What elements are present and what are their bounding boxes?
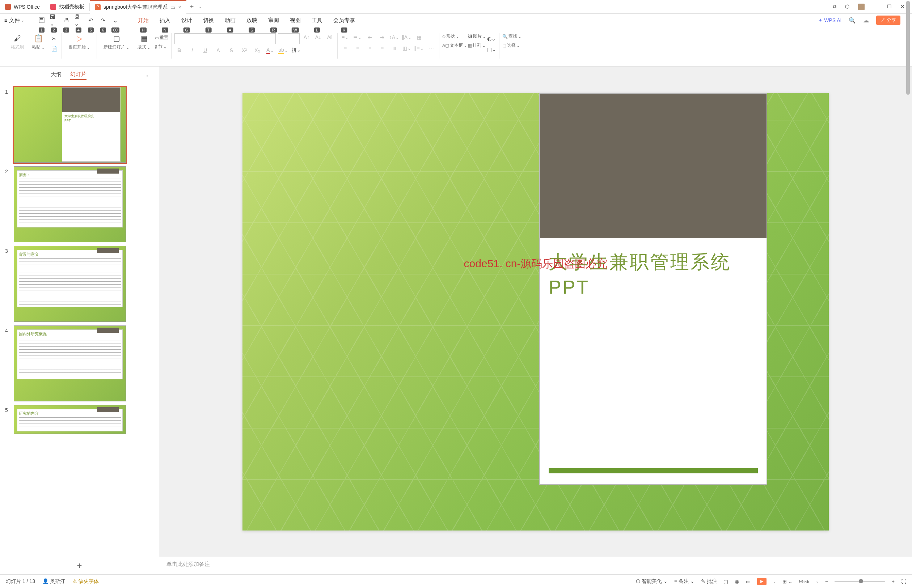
line-spacing-icon[interactable]: ‖A⌄ xyxy=(402,33,411,41)
sorter-view-icon[interactable]: ▦ xyxy=(735,578,739,585)
qat-more-icon[interactable]: ⌄ xyxy=(111,16,120,24)
tab-review[interactable]: 审阅R xyxy=(268,16,279,24)
beautify-button[interactable]: ⬡ 智能美化 ⌄ xyxy=(636,578,668,585)
file-menu[interactable]: ≡文件⌄ F xyxy=(4,17,24,24)
align-center-icon[interactable]: ≡ xyxy=(353,44,362,52)
undo-icon[interactable]: ↶ xyxy=(86,16,95,24)
minimize-icon[interactable]: — xyxy=(873,3,878,10)
tab-tools[interactable]: 工具L xyxy=(312,16,322,24)
slide-card[interactable]: 大学生兼职管理系统 PPT xyxy=(539,93,767,485)
tab-transition[interactable]: 切换T xyxy=(203,16,214,24)
slide-editor[interactable]: code51. cn-源码乐园盗图必究 大学生兼职管理系统 PPT xyxy=(159,66,912,557)
wps-ai-button[interactable]: ✦ WPS AI xyxy=(818,17,841,23)
line-height-icon[interactable]: ‖≡⌄ xyxy=(415,44,424,52)
slide[interactable]: code51. cn-源码乐园盗图必究 大学生兼职管理系统 PPT xyxy=(243,93,829,530)
font-family-combo[interactable] xyxy=(175,33,276,44)
tab-wps-office[interactable]: WPS Office xyxy=(0,0,45,14)
underline-icon[interactable]: U xyxy=(201,46,210,54)
decrease-indent-icon[interactable]: ⇤ xyxy=(365,33,374,41)
superscript-icon[interactable]: X² xyxy=(240,46,249,54)
missing-font-warning[interactable]: ⚠ 缺失字体 xyxy=(72,578,99,585)
save-as-icon[interactable]: 🖫⌄ xyxy=(50,16,58,24)
collapse-panel-icon[interactable]: ‹ xyxy=(146,72,148,79)
page-indicator[interactable]: 幻灯片 1 / 13 xyxy=(6,578,35,585)
cloud-icon[interactable]: ☁ xyxy=(863,17,869,24)
thumbnail-1[interactable]: 大学生兼职管理系统 PPT xyxy=(14,87,126,163)
bold-icon[interactable]: B xyxy=(175,46,184,54)
from-current-button[interactable]: ▷当页开始 ⌄ xyxy=(68,33,90,50)
grid-settings-icon[interactable]: ⊞ ⌄ xyxy=(782,578,792,585)
print-icon[interactable]: 🖶 xyxy=(62,16,71,24)
columns-icon[interactable]: ▥⌄ xyxy=(402,44,411,52)
increase-font-icon[interactable]: A↑ xyxy=(302,33,311,41)
decrease-font-icon[interactable]: A↓ xyxy=(313,33,323,41)
font-size-combo[interactable] xyxy=(278,33,300,44)
tab-insert[interactable]: 插入N xyxy=(160,16,170,24)
tab-document[interactable]: P springboot大学生兼职管理系 ▭ × xyxy=(90,0,186,14)
tab-design[interactable]: 设计G xyxy=(181,16,192,24)
normal-view-icon[interactable]: ▢ xyxy=(723,578,728,585)
textbox-button[interactable]: A▢ 文本框 ⌄ xyxy=(442,42,467,48)
smartart-icon[interactable]: ▦ xyxy=(415,33,424,41)
select-button[interactable]: ⬚ 选择 ⌄ xyxy=(502,42,522,48)
text-direction-icon[interactable]: ↕A⌄ xyxy=(390,33,399,41)
slides-tab[interactable]: 幻灯片 xyxy=(70,71,86,80)
tab-animation[interactable]: 动画A xyxy=(225,16,236,24)
zoom-value[interactable]: 95% xyxy=(799,578,809,585)
tab-home[interactable]: 开始H xyxy=(138,16,149,24)
thumbnail-5[interactable]: 研究的内容 xyxy=(14,405,126,434)
close-window-icon[interactable]: ✕ xyxy=(901,3,905,10)
style-icon[interactable]: ◐⌄ xyxy=(487,35,496,43)
group-icon[interactable]: ⬚⌄ xyxy=(487,45,496,53)
presentation-mode-icon[interactable]: ▭ xyxy=(170,4,175,10)
search-icon[interactable]: 🔍 xyxy=(849,17,856,24)
tab-slideshow[interactable]: 放映S xyxy=(246,16,257,24)
thumbnail-4[interactable]: 国内外研究概况 xyxy=(14,325,126,401)
copy-icon[interactable]: 📄 xyxy=(49,45,58,53)
comments-toggle[interactable]: ✎ 批注 xyxy=(701,578,717,585)
outline-tab[interactable]: 大纲 xyxy=(51,71,62,79)
distribute-icon[interactable]: ⫼ xyxy=(390,44,399,52)
strikethrough-icon[interactable]: S̶ xyxy=(227,46,236,54)
slideshow-button[interactable]: ▶ xyxy=(757,578,766,585)
zoom-in-icon[interactable]: + xyxy=(892,578,895,585)
paste-button[interactable]: 📋粘贴 ⌄ xyxy=(32,33,45,50)
share-button[interactable]: ↗ 分享 xyxy=(876,16,901,25)
bullets-icon[interactable]: ≡⌄ xyxy=(340,33,350,41)
zoom-out-icon[interactable]: − xyxy=(825,578,828,585)
save-icon[interactable] xyxy=(37,16,46,24)
notes-pane[interactable]: 单击此处添加备注 xyxy=(159,557,912,574)
close-icon[interactable]: × xyxy=(178,4,181,10)
reading-view-icon[interactable]: ▭ xyxy=(746,578,751,585)
clear-format-icon[interactable]: Aͯ xyxy=(325,33,334,41)
align-right-icon[interactable]: ≡ xyxy=(365,44,374,52)
thumbnail-2[interactable]: 摘要： xyxy=(14,166,126,242)
reset-button[interactable]: ▭ 重置 xyxy=(155,35,168,41)
font-color-icon[interactable]: A⌄ xyxy=(266,46,275,54)
tab-view[interactable]: 视图W xyxy=(290,16,301,24)
fit-window-icon[interactable]: ⛶ xyxy=(901,578,906,585)
tab-daoke[interactable]: 找稻壳模板 xyxy=(45,0,89,14)
tab-vip[interactable]: 会员专享K xyxy=(333,16,355,24)
paragraph-more-icon[interactable]: ⋯ xyxy=(427,44,436,52)
picture-button[interactable]: 🖼 图片 ⌄ xyxy=(468,33,486,39)
shape-button[interactable]: ◇ 形状 ⌄ xyxy=(442,33,467,39)
new-slide-button[interactable]: ▢新建幻灯片 ⌄ xyxy=(104,33,130,50)
shadow-icon[interactable]: A xyxy=(214,46,223,54)
section-button[interactable]: § 节 ⌄ xyxy=(155,44,168,50)
thumbnail-3[interactable]: 背景与意义 xyxy=(14,246,126,322)
cube-icon[interactable]: ⬡ xyxy=(845,3,849,10)
maximize-icon[interactable]: ☐ xyxy=(887,3,892,10)
zoom-slider[interactable] xyxy=(834,581,885,582)
highlight-icon[interactable]: ab⌄ xyxy=(279,46,288,54)
increase-indent-icon[interactable]: ⇥ xyxy=(377,33,387,41)
layout-button[interactable]: ▤版式 ⌄ xyxy=(138,33,151,50)
new-tab-button[interactable]: + xyxy=(186,3,198,10)
numbering-icon[interactable]: ≣⌄ xyxy=(353,33,362,41)
find-button[interactable]: 🔍 查找 ⌄ xyxy=(502,33,522,39)
italic-icon[interactable]: I xyxy=(188,46,197,54)
align-justify-icon[interactable]: ≡ xyxy=(377,44,387,52)
window-copy-icon[interactable]: ⧉ xyxy=(833,3,836,10)
redo-icon[interactable]: ↷ xyxy=(99,16,107,24)
notes-toggle[interactable]: ≡ 备注 ⌄ xyxy=(674,578,695,585)
